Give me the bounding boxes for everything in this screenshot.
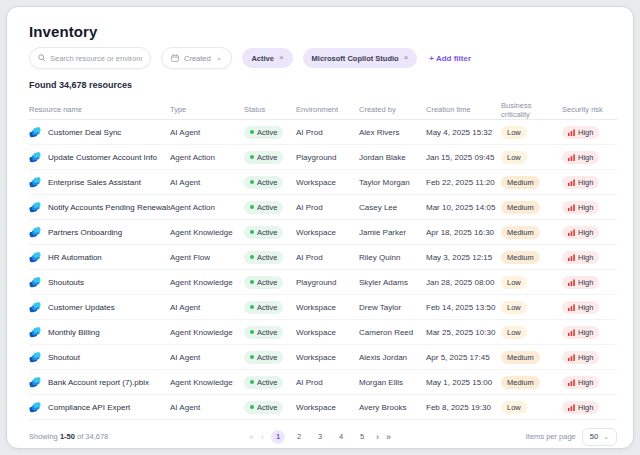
status-badge: Active	[244, 351, 283, 364]
status-label: Active	[257, 303, 277, 312]
environment: Workspace	[296, 403, 359, 412]
risk-badge: High	[562, 151, 599, 164]
resource-name: Enterprise Sales Assistant	[48, 178, 141, 187]
showing-range: 1-50	[60, 432, 75, 441]
risk-label: High	[578, 303, 593, 312]
table-row[interactable]: Customer Deal Sync AI Agent Active AI Pr…	[29, 120, 617, 145]
page-number-5[interactable]: 5	[355, 430, 369, 444]
row-menu-button[interactable]: ⋮	[612, 402, 617, 412]
risk-label: High	[578, 328, 593, 337]
status-badge: Active	[244, 276, 283, 289]
created-by: Cameron Reed	[359, 328, 426, 337]
status-dot-icon	[250, 330, 254, 334]
items-per-page-value: 50	[590, 432, 598, 441]
row-menu-button[interactable]: ⋮	[612, 302, 617, 312]
table-row[interactable]: Enterprise Sales Assistant AI Agent Acti…	[29, 170, 617, 195]
page-number-4[interactable]: 4	[334, 430, 348, 444]
items-per-page-select[interactable]: 50 ⌄	[582, 428, 617, 446]
search-input[interactable]	[50, 54, 142, 63]
calendar-icon	[171, 54, 179, 62]
row-menu-button[interactable]: ⋮	[612, 127, 617, 137]
created-date-dropdown[interactable]: Created ⌄	[161, 47, 232, 69]
row-menu-button[interactable]: ⋮	[612, 202, 617, 212]
page-number-2[interactable]: 2	[292, 430, 306, 444]
row-menu-button[interactable]: ⋮	[612, 152, 617, 162]
creation-time: Jan 15, 2025 09:45	[426, 153, 501, 162]
created-by: Taylor Morgan	[359, 178, 426, 187]
status-dot-icon	[250, 380, 254, 384]
chip-close-icon[interactable]: ×	[279, 54, 284, 62]
status-badge: Active	[244, 376, 283, 389]
table-row[interactable]: Shoutouts Agent Knowledge Active Playgro…	[29, 270, 617, 295]
signal-bars-icon	[568, 279, 575, 286]
resource-name: Shoutout	[48, 353, 80, 362]
search-box[interactable]	[29, 47, 151, 69]
resource-type: AI Agent	[170, 128, 244, 137]
risk-badge: High	[562, 251, 599, 264]
search-icon	[38, 54, 46, 62]
table-row[interactable]: Shoutout AI Agent Active Workspace Alexi…	[29, 345, 617, 370]
table-row[interactable]: Monthly Billing Agent Knowledge Active W…	[29, 320, 617, 345]
environment: AI Prod	[296, 378, 359, 387]
copilot-studio-icon	[29, 352, 41, 363]
environment: Workspace	[296, 303, 359, 312]
criticality-badge: Low	[501, 401, 527, 414]
created-by: Alexis Jordan	[359, 353, 426, 362]
copilot-studio-icon	[29, 252, 41, 263]
table-row[interactable]: Customer Updates AI Agent Active Workspa…	[29, 295, 617, 320]
chip-close-icon[interactable]: ×	[404, 54, 409, 62]
criticality-label: Medium	[507, 253, 534, 262]
signal-bars-icon	[568, 154, 575, 161]
table-row[interactable]: Compliance API Expert AI Agent Active Wo…	[29, 395, 617, 420]
status-label: Active	[257, 253, 277, 262]
prev-page-button[interactable]: ‹	[261, 430, 264, 444]
signal-bars-icon	[568, 204, 575, 211]
row-menu-button[interactable]: ⋮	[612, 177, 617, 187]
table-body: Customer Deal Sync AI Agent Active AI Pr…	[29, 120, 617, 420]
row-menu-button[interactable]: ⋮	[612, 277, 617, 287]
pagination: « ‹ 1 2 3 4 5 › »	[249, 430, 391, 444]
add-filter-button[interactable]: + Add filter	[429, 54, 471, 63]
created-by: Alex Rivers	[359, 128, 426, 137]
filter-chip-copilot-studio[interactable]: Microsoft Copilot Studio ×	[303, 48, 418, 68]
creation-time: May 4, 2025 15:32	[426, 128, 501, 137]
first-page-button[interactable]: «	[249, 430, 254, 444]
signal-bars-icon	[568, 404, 575, 411]
row-menu-button[interactable]: ⋮	[612, 252, 617, 262]
row-menu-button[interactable]: ⋮	[612, 352, 617, 362]
table-row[interactable]: Update Customer Account Info Agent Actio…	[29, 145, 617, 170]
risk-badge: High	[562, 176, 599, 189]
environment: Workspace	[296, 353, 359, 362]
creation-time: Mar 10, 2025 14:05	[426, 203, 501, 212]
table-row[interactable]: HR Automation Agent Flow Active AI Prod …	[29, 245, 617, 270]
criticality-badge: Medium	[501, 251, 540, 264]
next-page-button[interactable]: ›	[376, 430, 379, 444]
risk-label: High	[578, 203, 593, 212]
page-number-3[interactable]: 3	[313, 430, 327, 444]
risk-label: High	[578, 378, 593, 387]
last-page-button[interactable]: »	[386, 430, 391, 444]
resource-type: Agent Knowledge	[170, 378, 244, 387]
signal-bars-icon	[568, 329, 575, 336]
table-row[interactable]: Partners Onboarding Agent Knowledge Acti…	[29, 220, 617, 245]
resource-name: Monthly Billing	[48, 328, 100, 337]
resource-type: AI Agent	[170, 303, 244, 312]
row-menu-button[interactable]: ⋮	[612, 327, 617, 337]
row-menu-button[interactable]: ⋮	[612, 227, 617, 237]
risk-label: High	[578, 178, 593, 187]
page-number-1[interactable]: 1	[271, 430, 285, 444]
chip-label: Microsoft Copilot Studio	[312, 54, 399, 63]
row-menu-button[interactable]: ⋮	[612, 377, 617, 387]
creation-time: Feb 14, 2025 13:50	[426, 303, 501, 312]
table-row[interactable]: Bank Account report (7).pbix Agent Knowl…	[29, 370, 617, 395]
filter-chip-active[interactable]: Active ×	[242, 48, 292, 68]
creation-time: Feb 8, 2025 19:30	[426, 403, 501, 412]
criticality-label: Low	[507, 153, 521, 162]
status-badge: Active	[244, 326, 283, 339]
signal-bars-icon	[568, 354, 575, 361]
table-row[interactable]: Notify Accounts Pending Renewals Agent A…	[29, 195, 617, 220]
column-header-environment: Environment	[296, 105, 359, 114]
chevron-down-icon: ⌄	[216, 55, 223, 61]
items-per-page: Items per page 50 ⌄	[526, 428, 617, 446]
showing-count: Showing 1-50 of 34,678	[29, 432, 108, 441]
